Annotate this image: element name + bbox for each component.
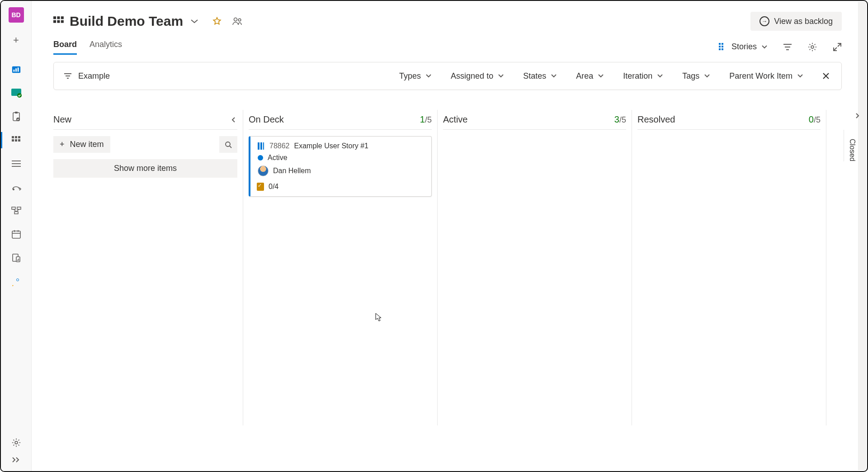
nav-delivery-plans[interactable]	[1, 222, 32, 246]
rocket-icon	[11, 276, 22, 287]
project-avatar[interactable]: BD	[9, 7, 24, 23]
filter-area-dropdown[interactable]: Area	[574, 69, 606, 84]
svg-rect-43	[719, 46, 721, 47]
svg-rect-12	[15, 139, 17, 142]
expand-icon	[833, 42, 842, 52]
nav-overview[interactable]	[1, 58, 32, 81]
nav-backlogs[interactable]	[1, 152, 32, 175]
svg-rect-39	[61, 20, 64, 23]
filter-icon	[64, 73, 72, 79]
work-item-state: Active	[268, 154, 288, 162]
filter-assignedto-dropdown[interactable]: Assigned to	[449, 69, 506, 84]
board-settings-button[interactable]	[807, 42, 817, 52]
column-title: Active	[443, 114, 467, 125]
svg-rect-11	[15, 136, 17, 138]
new-item-label: New item	[70, 140, 104, 149]
svg-rect-59	[263, 142, 264, 150]
nav-queries[interactable]	[1, 199, 32, 222]
svg-rect-13	[18, 136, 20, 138]
column-new: New + New item Show more items	[53, 110, 243, 425]
filter-types-label: Types	[399, 71, 421, 81]
people-icon	[232, 17, 243, 26]
new-item-button[interactable]: + New item	[53, 136, 110, 153]
column-title: Closed	[848, 139, 856, 161]
close-icon	[822, 72, 830, 80]
wip-counter: 3/5	[614, 114, 626, 125]
chevron-down-icon	[498, 74, 504, 78]
chevron-down-icon	[551, 74, 557, 78]
svg-rect-31	[18, 259, 19, 261]
svg-rect-3	[17, 67, 19, 71]
search-icon	[225, 141, 232, 148]
chevron-double-right-icon	[12, 457, 21, 463]
expand-rail-button[interactable]	[12, 457, 21, 463]
wip-counter: 0/5	[809, 114, 821, 125]
stories-icon	[719, 43, 727, 51]
svg-rect-35	[53, 20, 56, 23]
filter-parent-dropdown[interactable]: Parent Work Item	[727, 69, 805, 84]
gear-icon	[807, 42, 817, 52]
fullscreen-button[interactable]	[833, 42, 842, 52]
nav-work-items[interactable]	[1, 105, 32, 128]
view-as-backlog-button[interactable]: → View as backlog	[750, 12, 842, 31]
project-settings-button[interactable]	[11, 438, 21, 448]
tab-board[interactable]: Board	[53, 40, 77, 54]
filter-parent-label: Parent Work Item	[729, 71, 793, 81]
filter-iteration-label: Iteration	[623, 71, 652, 81]
column-on-deck: On Deck 1/5 78862 Example User Story #1 …	[243, 110, 438, 425]
filter-states-label: States	[523, 71, 546, 81]
nav-analytics[interactable]	[1, 246, 32, 269]
tabs-row: Board Analytics Stories	[53, 40, 842, 54]
left-navigation-rail: BD +	[1, 1, 32, 471]
svg-rect-1	[13, 70, 14, 72]
nav-sprints[interactable]	[1, 175, 32, 199]
search-cards-button[interactable]	[219, 136, 237, 153]
filter-types-dropdown[interactable]: Types	[397, 69, 434, 84]
svg-point-55	[226, 142, 230, 146]
filter-bar: Example Types Assigned to States Area It…	[53, 62, 842, 90]
chevron-down-icon	[704, 74, 710, 78]
filter-tags-label: Tags	[682, 71, 699, 81]
svg-point-18	[13, 189, 14, 190]
page-header: Build Demo Team → View as backlog	[53, 12, 842, 31]
favorite-button[interactable]	[212, 16, 222, 26]
filter-toggle-button[interactable]	[783, 43, 792, 51]
svg-rect-57	[258, 142, 259, 150]
kanban-board: New + New item Show more items	[53, 110, 842, 425]
filter-states-dropdown[interactable]: States	[521, 69, 559, 84]
nav-pipelines[interactable]	[1, 269, 32, 293]
svg-rect-30	[17, 260, 18, 261]
svg-rect-14	[18, 139, 20, 142]
backlog-level-picker[interactable]: Stories	[719, 42, 768, 52]
analytics-icon	[11, 252, 22, 263]
column-title: On Deck	[249, 114, 284, 125]
tab-analytics[interactable]: Analytics	[90, 40, 122, 54]
clear-filter-button[interactable]	[821, 71, 831, 81]
new-work-item-button[interactable]: +	[9, 33, 24, 48]
chevron-down-icon	[598, 74, 604, 78]
svg-rect-58	[260, 142, 262, 150]
team-members-button[interactable]	[232, 17, 243, 26]
svg-rect-38	[61, 16, 64, 19]
svg-rect-21	[14, 212, 18, 214]
filter-tags-dropdown[interactable]: Tags	[680, 69, 712, 84]
svg-rect-19	[12, 207, 15, 209]
filter-keyword-input[interactable]: Example	[78, 71, 110, 81]
filter-icon	[783, 43, 792, 51]
svg-rect-24	[12, 231, 20, 238]
scroll-columns-right-button[interactable]	[855, 113, 860, 119]
column-resolved: Resolved 0/5	[632, 110, 826, 425]
work-item-title: Example User Story #1	[294, 142, 369, 150]
query-icon	[11, 205, 22, 216]
svg-rect-37	[57, 20, 60, 23]
work-item-card[interactable]: 78862 Example User Story #1 Active Dan H…	[249, 136, 432, 197]
filter-iteration-dropdown[interactable]: Iteration	[621, 69, 665, 84]
chevron-right-icon	[855, 113, 860, 119]
show-more-items-button[interactable]: Show more items	[53, 159, 237, 178]
work-item-id: 78862	[269, 142, 290, 150]
team-picker-dropdown[interactable]	[189, 17, 200, 26]
nav-boards[interactable]	[1, 128, 32, 152]
collapse-column-button[interactable]	[229, 115, 237, 125]
nav-boards-top[interactable]	[1, 81, 32, 105]
column-closed-collapsed[interactable]: Closed	[844, 130, 860, 161]
